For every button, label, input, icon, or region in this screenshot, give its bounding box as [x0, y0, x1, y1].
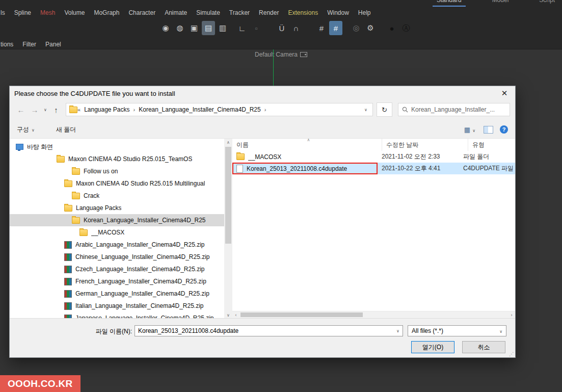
- scroll-thumb[interactable]: [225, 147, 231, 244]
- filename-label: 파일 이름(N):: [69, 327, 132, 336]
- workspace-tab-script[interactable]: Script: [535, 0, 559, 7]
- ring-bar-icon[interactable]: ◍: [173, 21, 186, 35]
- workspace-tab-standard[interactable]: Standard: [433, 0, 466, 7]
- breadcrumb-segment-language-packs[interactable]: Language Packs: [81, 106, 133, 113]
- grid-snap-icon[interactable]: #: [315, 21, 328, 35]
- tree-item-language-packs[interactable]: Language Packs: [10, 202, 224, 214]
- file-name-cell: __MACOSX: [232, 151, 378, 163]
- menu-window[interactable]: Window: [323, 9, 354, 17]
- menu-render[interactable]: Render: [254, 9, 283, 17]
- resize-grip[interactable]: ⋰: [509, 351, 514, 357]
- tree-item-czech-language-installer-cinema4d-r25-zip[interactable]: Czech_Language_Installer_Cinema4D_R25.zi…: [10, 263, 224, 275]
- column-header-date[interactable]: 수정한 날짜: [382, 139, 468, 151]
- gear-icon[interactable]: ⚙: [364, 21, 377, 35]
- menu-mograph[interactable]: MoGraph: [89, 9, 124, 17]
- file-row-korean-25013-20211008-c4dupdate[interactable]: Korean_25013_20211008.c4dupdate 2021-10-…: [232, 163, 515, 174]
- filename-input[interactable]: [135, 326, 393, 336]
- file-date: 2021-10-22 오후 4:41: [378, 163, 459, 174]
- column-header-type[interactable]: 유형: [468, 139, 515, 151]
- file-row--macosx[interactable]: __MACOSX 2021-11-02 오전 2:33 파일 폴더: [232, 151, 515, 163]
- tree-item-label: Chinese_Language_Installer_Cinema4D_R25.…: [75, 253, 210, 260]
- column-header-name[interactable]: ∧ 이름: [232, 139, 382, 151]
- scroll-left-icon[interactable]: ‹: [232, 311, 239, 318]
- file-list-empty-area: [232, 174, 515, 311]
- desktop-icon: [16, 144, 23, 150]
- panel-menu-tions[interactable]: tions: [0, 40, 18, 48]
- scroll-thumb[interactable]: [240, 312, 363, 317]
- tree-item-chinese-language-installer-cinema4d-r25-zip[interactable]: Chinese_Language_Installer_Cinema4D_R25.…: [10, 251, 224, 263]
- breadcrumb-dropdown-icon[interactable]: [360, 108, 371, 112]
- tree-item-french-language-installer-cinema4d-r25-zip[interactable]: French_Language_Installer_Cinema4D_R25.z…: [10, 275, 224, 288]
- dialog-content: 바탕 화면 Maxon CINEMA 4D Studio R25.015_Tea…: [10, 138, 515, 319]
- menu-spline[interactable]: Spline: [10, 9, 36, 17]
- menu-animate[interactable]: Animate: [160, 9, 192, 17]
- file-icon: [236, 165, 243, 173]
- scroll-up-icon[interactable]: ∧: [224, 139, 232, 146]
- edit-cube-icon[interactable]: ▤: [202, 21, 215, 35]
- menu-simulate[interactable]: Simulate: [192, 9, 225, 17]
- axis-icon[interactable]: ∟: [235, 21, 249, 35]
- panel-menu-filter[interactable]: Filter: [18, 40, 41, 48]
- chevron-down-icon: [472, 126, 475, 134]
- forward-icon[interactable]: →: [29, 103, 41, 116]
- viewport-y-axis-line: [273, 49, 274, 86]
- change-view-button[interactable]: ▦: [464, 126, 475, 134]
- close-icon[interactable]: ✕: [494, 86, 515, 100]
- workspace-tab-model[interactable]: Model: [488, 0, 513, 7]
- new-folder-button[interactable]: 새 폴더: [56, 125, 76, 134]
- filetype-select[interactable]: All files (*.*): [408, 325, 506, 336]
- up-icon[interactable]: ↑: [50, 103, 62, 116]
- tree-item-maxon-cinema-4d-studio-r25-015-multilingual[interactable]: Maxon CINEMA 4D Studio R25.015 Multiling…: [10, 177, 224, 190]
- viewport-camera-label[interactable]: Default Camera: [0, 51, 562, 58]
- breadcrumb-segment-korean-language-installer-cinema4d-r25[interactable]: Korean_Language_Installer_Cinema4D_R25: [135, 106, 264, 113]
- command-bar: 구성 새 폴더 ▦ ?: [10, 122, 515, 137]
- tree-item--macosx[interactable]: __MACOSX: [10, 226, 224, 239]
- hex-badge-icon[interactable]: ●: [385, 21, 398, 35]
- panel-menu-panel[interactable]: Panel: [41, 40, 66, 48]
- new-folder-label: 새 폴더: [56, 125, 76, 134]
- back-icon[interactable]: ←: [15, 103, 27, 116]
- cube-icon[interactable]: ▣: [188, 21, 201, 35]
- chevron-down-icon[interactable]: [393, 326, 403, 336]
- column-name-label: 이름: [236, 141, 249, 149]
- tree-item-follow-us-on[interactable]: Follow us on: [10, 165, 224, 177]
- help-icon[interactable]: ?: [500, 125, 508, 134]
- menu-volume[interactable]: Volume: [60, 9, 89, 17]
- tree-scrollbar[interactable]: ∧ ∨: [224, 139, 232, 319]
- pen-cube-icon[interactable]: ▥: [216, 21, 229, 35]
- menu-ls[interactable]: ls: [0, 9, 10, 17]
- breadcrumb[interactable]: «Language Packs›Korean_Language_Installe…: [66, 103, 373, 116]
- grid-snap-active-icon[interactable]: #: [329, 21, 342, 35]
- search-input[interactable]: Korean_Language_Installer_...: [398, 103, 510, 116]
- tree-item-arabic-language-installer-cinema4d-r25-zip[interactable]: Arabic_Language_Installer_Cinema4D_R25.z…: [10, 239, 224, 251]
- menu-extensions[interactable]: Extensions: [283, 9, 323, 17]
- a-badge-icon[interactable]: Ⓐ: [399, 21, 413, 35]
- tree-item-label: Italian_Language_Installer_Cinema4D_R25.…: [75, 302, 204, 309]
- scroll-down-icon[interactable]: ∨: [224, 311, 232, 319]
- ring-dot-icon[interactable]: ◉: [159, 21, 172, 35]
- tree-item-maxon-cinema-4d-studio-r25-015-teamos[interactable]: Maxon CINEMA 4D Studio R25.015_TeamOS: [10, 153, 224, 165]
- menu-tracker[interactable]: Tracker: [225, 9, 254, 17]
- menu-help[interactable]: Help: [354, 9, 376, 17]
- magnet-sparkle-icon[interactable]: Ü: [275, 21, 288, 35]
- magnet-icon[interactable]: ∩: [289, 21, 303, 35]
- refresh-icon[interactable]: ↻: [377, 102, 392, 117]
- organize-button[interactable]: 구성: [17, 125, 35, 134]
- tree-item-german-language-installer-cinema4d-r25-zip[interactable]: German_Language_Installer_Cinema4D_R25.z…: [10, 288, 224, 300]
- list-horizontal-scrollbar[interactable]: ‹ ›: [232, 311, 515, 319]
- tree-item-crack[interactable]: Crack: [10, 190, 224, 202]
- open-button[interactable]: 열기(O): [411, 341, 454, 353]
- menu-character[interactable]: Character: [124, 9, 160, 17]
- preview-pane-icon[interactable]: [484, 126, 493, 134]
- plane-icon[interactable]: ▫: [250, 21, 263, 35]
- zip-icon: [64, 290, 72, 298]
- rings-icon[interactable]: ◎: [350, 21, 363, 35]
- tree-item-italian-language-installer-cinema4d-r25-zip[interactable]: Italian_Language_Installer_Cinema4D_R25.…: [10, 300, 224, 312]
- history-dropdown-icon[interactable]: [42, 103, 48, 116]
- cancel-button[interactable]: 취소: [462, 341, 505, 353]
- tree-item-korean-language-installer-cinema4d-r25[interactable]: Korean_Language_Installer_Cinema4D_R25: [10, 214, 224, 226]
- scroll-right-icon[interactable]: ›: [508, 311, 515, 318]
- menu-mesh[interactable]: Mesh: [36, 9, 60, 17]
- tree-item-바탕-화면[interactable]: 바탕 화면: [10, 141, 224, 153]
- c4d-top-chrome: StandardModelScript lsSplineMeshVolumeMo…: [0, 0, 562, 49]
